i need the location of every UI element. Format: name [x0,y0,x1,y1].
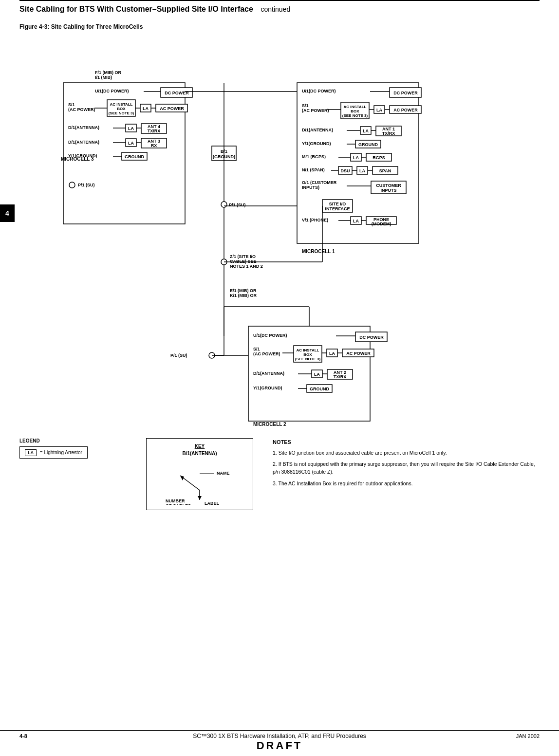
svg-text:I/1 (MIB): I/1 (MIB) [95,75,112,80]
svg-text:TX/RX: TX/RX [148,129,161,133]
svg-text:P/1 (SU): P/1 (SU) [78,183,95,187]
svg-text:LA: LA [143,106,149,111]
svg-text:Y/1(GROUND): Y/1(GROUND) [68,153,97,158]
svg-text:Y/1(GROUND): Y/1(GROUND) [253,386,282,390]
svg-text:LA: LA [376,108,382,112]
svg-text:U/1(DC POWER): U/1(DC POWER) [95,89,129,93]
note-2: 2. If BTS is not equipped with the prima… [273,461,540,476]
svg-text:TX/RX: TX/RX [334,374,347,379]
svg-text:(AC POWER): (AC POWER) [253,351,280,356]
note-1: 1. Site I/O junction box and associated … [273,449,540,457]
svg-text:K/1 (MIB) OR: K/1 (MIB) OR [230,293,257,298]
legend-title: LEGEND [19,438,127,443]
svg-text:D/1(ANTENNA): D/1(ANTENNA) [68,125,99,130]
svg-point-39 [69,182,75,188]
svg-text:P/1 (SU): P/1 (SU) [229,203,246,207]
svg-text:NAME: NAME [217,471,230,476]
svg-text:V/1 (PHONE): V/1 (PHONE) [302,218,328,222]
svg-text:DC POWER: DC POWER [359,335,384,340]
svg-text:E/1 (MIB) OR: E/1 (MIB) OR [230,288,257,293]
diagram-svg: MICROCELL 3 U/1(DC POWER) DC POWER S/1 (… [19,34,540,433]
bottom-section: LEGEND LA = Lightning Arrestor KEY B/1(A… [19,438,540,510]
svg-marker-166 [198,496,202,500]
svg-text:MICROCELL 1: MICROCELL 1 [302,249,335,254]
footer-draft: DRAFT [0,739,559,752]
svg-text:S/1: S/1 [68,102,75,107]
svg-text:Z/1 (SITE I/O: Z/1 (SITE I/O [230,254,256,259]
svg-text:(AC POWER): (AC POWER) [302,108,329,113]
svg-text:LA: LA [353,155,359,160]
svg-marker-164 [180,476,184,480]
legend-box: LA = Lightning Arrestor [19,446,88,459]
svg-text:SITE I/O: SITE I/O [329,202,346,206]
svg-text:LA: LA [329,351,335,356]
svg-text:AC INSTALL: AC INSTALL [344,105,367,109]
la-description: = Lightning Arrestor [40,450,82,455]
svg-text:RGPS: RGPS [373,155,385,160]
svg-text:D/1(ANTENNA): D/1(ANTENNA) [253,371,284,376]
svg-text:LA: LA [359,168,365,173]
footer-center-text: SC™300 1X BTS Hardware Installation, ATP… [58,733,501,739]
diagram-area: MICROCELL 3 U/1(DC POWER) DC POWER S/1 (… [19,34,540,433]
svg-text:D/1(ANTENNA): D/1(ANTENNA) [302,128,333,132]
svg-text:(SEE NOTE 3): (SEE NOTE 3) [342,113,368,118]
notes-title: NOTES [273,438,540,446]
svg-text:DSU: DSU [340,168,350,173]
svg-text:P/1 (SU): P/1 (SU) [170,353,187,358]
svg-text:N/1 (SPAN): N/1 (SPAN) [302,167,325,172]
svg-point-48 [221,202,227,207]
svg-text:MICROCELL 2: MICROCELL 2 [253,422,286,427]
svg-text:AC INSTALL: AC INSTALL [297,348,319,352]
svg-text:(MODEM): (MODEM) [372,221,391,226]
svg-text:BOX: BOX [117,107,126,111]
svg-text:AC POWER: AC POWER [160,106,184,111]
svg-text:S/1: S/1 [302,103,309,108]
svg-text:DC POWER: DC POWER [393,91,418,95]
key-area: KEY B/1(ANTENNA) NAME NUMBER OF CABLES [146,438,253,510]
svg-text:CUSTOMER: CUSTOMER [376,183,401,188]
note-3: 3. The AC Installation Box is required f… [273,480,540,488]
svg-text:OF CABLES: OF CABLES [166,503,191,505]
svg-text:U/1(DC POWER): U/1(DC POWER) [302,89,336,93]
svg-text:AC POWER: AC POWER [393,108,418,112]
svg-text:LA: LA [128,126,134,131]
key-box: KEY B/1(ANTENNA) NAME NUMBER OF CABLES [146,438,253,510]
svg-text:INPUTS: INPUTS [380,188,396,193]
svg-text:LA: LA [363,129,369,133]
svg-text:CABLE) SEE: CABLE) SEE [230,259,257,264]
page-header: Site Cabling for BTS With Customer–Suppl… [0,1,559,16]
svg-text:TX/RX: TX/RX [382,131,395,136]
svg-text:SPAN: SPAN [379,168,391,173]
svg-text:BOX: BOX [351,109,359,113]
svg-text:AC POWER: AC POWER [346,351,371,356]
svg-text:GROUND: GROUND [310,387,329,391]
footer-date: JAN 2002 [501,733,540,739]
svg-text:M/1 (RGPS): M/1 (RGPS) [302,154,326,159]
svg-text:(SEE NOTE 3): (SEE NOTE 3) [109,111,134,115]
svg-text:(SEE NOTE 3): (SEE NOTE 3) [295,357,321,361]
svg-text:O/1 (CUSTOMER: O/1 (CUSTOMER [302,180,337,185]
svg-text:INTERFACE: INTERFACE [325,206,350,211]
svg-text:Y/1(GROUND): Y/1(GROUND) [302,141,331,146]
legend-area: LEGEND LA = Lightning Arrestor [19,438,127,510]
page-container: 4 Site Cabling for BTS With Customer–Sup… [0,0,559,756]
svg-text:U/1(DC POWER): U/1(DC POWER) [253,333,287,338]
svg-text:RX: RX [151,143,157,148]
key-b1-antenna: B/1(ANTENNA) [151,451,248,456]
svg-text:F/1 (MIB) OR: F/1 (MIB) OR [95,70,121,75]
svg-text:BOX: BOX [303,352,312,357]
svg-text:D/1(ANTENNA): D/1(ANTENNA) [68,140,99,145]
svg-text:AC INSTALL: AC INSTALL [110,102,133,107]
svg-text:LABEL: LABEL [205,501,219,505]
svg-text:LA: LA [128,141,134,146]
svg-text:GROUND: GROUND [125,154,144,159]
page-title: Site Cabling for BTS With Customer–Suppl… [19,5,290,14]
key-title: KEY [151,443,248,449]
notes-area: NOTES 1. Site I/O junction box and assoc… [273,438,540,510]
svg-text:INPUTS): INPUTS) [302,185,319,190]
figure-caption: Figure 4-3: Site Cabling for Three Micro… [19,23,540,30]
svg-text:LA: LA [314,372,320,377]
svg-text:NOTES 1 AND 2: NOTES 1 AND 2 [230,264,263,269]
svg-text:LA: LA [353,219,359,223]
svg-text:GROUND: GROUND [358,142,378,147]
